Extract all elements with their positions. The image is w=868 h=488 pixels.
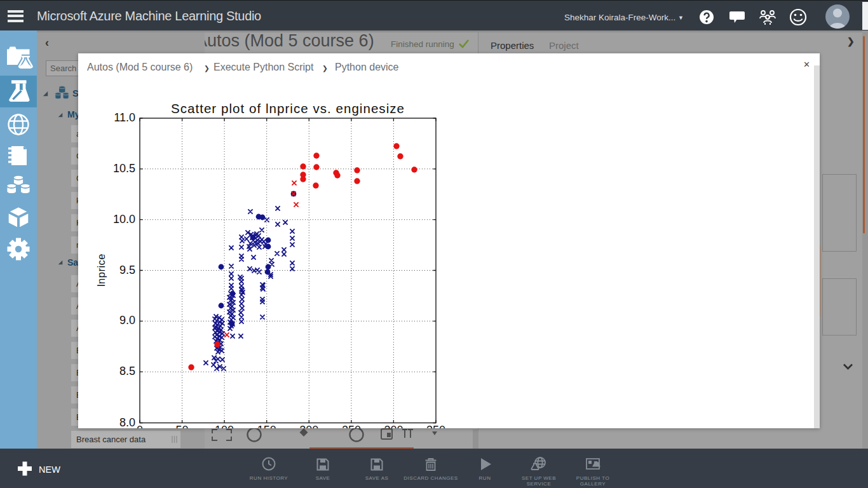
svg-text:10.0: 10.0 [113,213,135,226]
svg-text:8.0: 8.0 [119,416,135,429]
svg-text:9.0: 9.0 [119,314,135,327]
svg-text:300: 300 [384,424,403,428]
svg-text:Scatter plot of lnprice vs. en: Scatter plot of lnprice vs. enginesize [171,101,405,116]
svg-text:50: 50 [176,424,189,428]
svg-text:8.5: 8.5 [119,365,135,377]
svg-text:250: 250 [342,424,361,428]
svg-text:10.5: 10.5 [113,162,135,175]
svg-text:100: 100 [215,424,234,428]
svg-text:0: 0 [137,424,143,428]
svg-text:9.5: 9.5 [119,264,135,276]
svg-text:lnprice: lnprice [95,254,107,287]
svg-text:350: 350 [426,424,445,428]
svg-text:11.0: 11.0 [114,111,135,124]
svg-text:200: 200 [299,424,318,428]
svg-text:150: 150 [257,424,276,428]
